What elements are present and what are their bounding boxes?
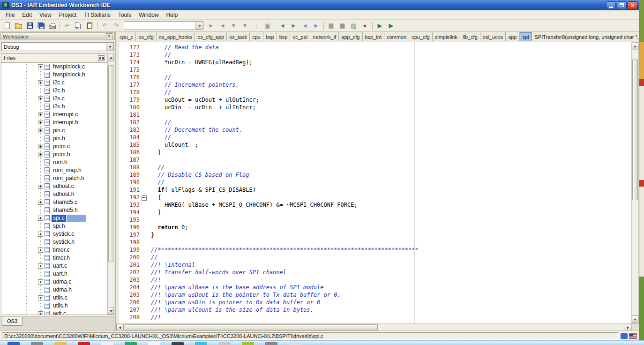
dropdown-arrow-icon[interactable] [106,43,113,51]
file-tree-item[interactable]: interrupt.h [1,119,107,127]
paste-button[interactable] [84,21,95,31]
line-number[interactable]: 187 [119,157,140,164]
file-tree-item[interactable]: systick.c [1,230,107,238]
line-number[interactable]: 193 [119,202,140,209]
file-tree-item[interactable]: utils.c [1,294,107,302]
scrollbar-thumb[interactable] [108,65,113,262]
code-text[interactable]: { [148,194,161,202]
code-text[interactable] [148,157,151,164]
menu-edit[interactable]: Edit [18,11,36,19]
code-text[interactable] [148,67,151,74]
line-number[interactable]: 205 [119,292,140,299]
line-number[interactable]: 178 [119,89,140,97]
taskbar-app-12[interactable] [289,342,301,345]
code-line[interactable]: 190 // [119,179,631,187]
line-number[interactable]: 194 [119,209,140,217]
file-tree-item[interactable]: uart.h [1,270,107,278]
file-tree-item[interactable]: sdhost.h [1,190,107,198]
tab-os_task[interactable]: os_task [227,32,250,41]
find-next-button[interactable]: ► [206,21,217,31]
file-tree-item[interactable]: spi.c [1,214,107,222]
file-columns-icon[interactable] [98,55,105,61]
code-line[interactable]: 179 ucDout = ucDout + ulOutIncr; [119,97,631,104]
code-text[interactable]: if( ulFlags & SPI_CS_DISABLE) [148,187,256,194]
code-text[interactable]: // [148,179,165,187]
scrollbar-track[interactable] [124,324,624,331]
save-all-button[interactable] [36,21,46,31]
line-number[interactable]: 181 [119,112,140,119]
toggle-bookmark-button[interactable]: ▣ [262,21,273,31]
tab-bsp[interactable]: bsp [263,32,277,41]
code-text[interactable]: // [148,74,171,82]
tab-osi_ucos[interactable]: osi_ucos [480,32,506,41]
code-line[interactable]: 197} [119,232,631,239]
line-number[interactable]: 177 [119,82,140,89]
tab-network_if[interactable]: network_if [310,32,339,41]
code-text[interactable]: //! \param ulBase is the base address of… [148,284,323,292]
menu-tools[interactable]: Tools [114,11,135,19]
tab-bsp_int[interactable]: bsp_int [363,32,384,41]
file-tree-item[interactable]: prcm.h [1,150,107,158]
expand-icon[interactable] [38,311,43,315]
tab-simplelink[interactable]: simplelink [433,32,460,41]
code-line[interactable]: 193 HWREG( ulBase + MCSPI_O_CH0CONF) &= … [119,202,631,209]
expand-icon[interactable] [38,96,43,101]
code-line[interactable]: 186 } [119,149,631,157]
tab-spi[interactable]: spi [520,32,532,41]
taskbar-app-7[interactable] [172,342,184,345]
code-line[interactable]: 189 // Disable CS based on Flag [119,172,631,179]
menu-view[interactable]: View [36,11,55,19]
line-number[interactable]: 204 [119,284,140,292]
file-tree-item[interactable]: systick.h [1,238,107,246]
file-tree-item[interactable]: interrupt.c [1,111,107,119]
code-line[interactable]: 178 // [119,89,631,97]
workspace-tab-os3[interactable]: OS3 [2,317,22,326]
code-text[interactable]: // Increment pointers. [148,82,239,89]
editor-vertical-scrollbar[interactable] [631,42,639,323]
code-line[interactable]: 172 // Read the data [119,44,631,52]
code-line[interactable]: 206//! \param usDin is pointer to Rx dat… [119,299,631,307]
code-line[interactable]: 207//! \param ulCount is the size of dat… [119,307,631,314]
menu-ti-stellaris[interactable]: TI Stellaris [80,11,114,19]
scroll-down-button[interactable] [632,315,638,323]
taskbar-app-6[interactable] [148,342,160,345]
menu-window[interactable]: Window [135,11,163,19]
code-line[interactable]: 181 [119,112,631,119]
line-number[interactable]: 197 [119,232,140,239]
code-text[interactable]: //! [148,277,161,284]
line-number[interactable]: 175 [119,67,140,74]
stop-build-button[interactable]: ▧ [348,21,359,31]
expand-icon[interactable] [38,232,43,237]
code-line[interactable]: 202//! Transfer half-words over SPI chan… [119,269,631,277]
print-button[interactable] [47,21,58,31]
code-line[interactable]: 200// [119,254,631,262]
code-line[interactable]: 201//! \internal [119,262,631,269]
open-file-button[interactable] [13,21,24,31]
code-line[interactable]: 191 if( ulFlags & SPI_CS_DISABLE) [119,187,631,194]
file-tree-item[interactable]: shamd5.c [1,198,107,206]
code-text[interactable]: // Decrement the count. [148,127,242,134]
save-button[interactable] [24,21,35,31]
file-tree-item[interactable]: i2s.h [1,103,107,111]
file-tree-item[interactable]: udma.h [1,286,107,294]
file-tree-item[interactable]: hwspinlock.c [1,63,107,71]
line-number[interactable]: 192 [119,194,140,202]
editor-horizontal-scrollbar[interactable] [116,323,639,331]
taskbar-app-8[interactable] [195,342,207,345]
code-line[interactable]: 173 // [119,52,631,59]
line-number[interactable]: 176 [119,74,140,82]
ime-indicator-icon[interactable] [621,333,628,339]
workspace-header[interactable]: Workspace × [0,32,115,40]
file-tree-item[interactable]: i2s.c [1,95,107,103]
expand-icon[interactable] [38,144,43,149]
find-previous-button[interactable]: ◄ [217,21,228,31]
code-text[interactable]: // [148,164,165,172]
file-tree-item[interactable]: pin.c [1,127,107,135]
tab-os_cfg[interactable]: os_cfg [136,32,156,41]
scroll-left-button[interactable] [116,324,124,331]
replace-button[interactable]: ▼ [240,21,250,31]
workspace-close-icon[interactable]: × [106,33,112,39]
tab-cpu_c[interactable]: cpu_c [117,32,136,41]
tab-lib_cfg[interactable]: lib_cfg [460,32,480,41]
file-tree-item[interactable]: shamd5.h [1,206,107,214]
